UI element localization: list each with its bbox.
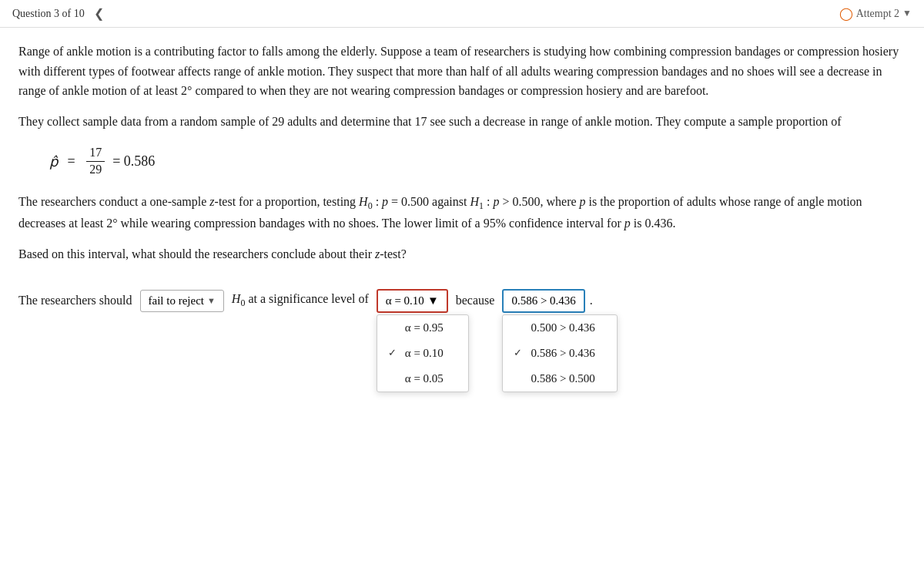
top-bar: Question 3 of 10 ❮ ◯ Attempt 2 ▼	[0, 0, 924, 28]
paragraph-3: The researchers conduct a one-sample z-t…	[18, 192, 906, 234]
alpha-dropdown-value: α = 0.10	[386, 294, 424, 307]
formula-block: p̂ = 17 29 = 0.586	[49, 145, 906, 178]
alpha-option-005[interactable]: α = 0.05	[377, 366, 468, 391]
alpha-option-010-label: α = 0.10	[405, 347, 444, 360]
h0-label: H0 at a significance level of	[232, 292, 369, 309]
because-option-2[interactable]: ✓ 0.586 > 0.436	[503, 341, 617, 366]
alpha-check-010: ✓	[388, 347, 399, 359]
because-check-2: ✓	[514, 347, 524, 359]
because-option-2-label: 0.586 > 0.436	[531, 347, 594, 360]
paragraph-1: Range of ankle motion is a contributing …	[18, 42, 906, 101]
alpha-dropdown-container: α = 0.10 ▼ α = 0.95 ✓ α = 0.10 α = 0.05	[377, 289, 448, 313]
fraction: 17 29	[86, 145, 105, 178]
because-check-1	[514, 321, 524, 334]
because-check-3	[514, 372, 524, 385]
attempt-area: ◯ Attempt 2 ▼	[839, 6, 912, 21]
period: .	[590, 294, 593, 307]
paragraph-2: They collect sample data from a random s…	[18, 112, 906, 132]
equals-sign: =	[64, 153, 79, 170]
alpha-dropdown-button[interactable]: α = 0.10 ▼	[377, 289, 448, 313]
attempt-icon: ◯	[839, 6, 853, 21]
because-label: because	[456, 294, 495, 307]
alpha-check-095	[388, 321, 399, 334]
alpha-option-095-label: α = 0.95	[405, 321, 444, 334]
because-dropdown-menu: 0.500 > 0.436 ✓ 0.586 > 0.436 0.586 > 0.…	[502, 314, 618, 392]
paragraph-4: Based on this interval, what should the …	[18, 244, 906, 264]
alpha-dropdown-arrow: ▼	[427, 294, 439, 307]
alpha-check-005	[388, 372, 399, 385]
because-dropdown-value: 0.586 > 0.436	[511, 294, 575, 307]
question-label: Question 3 of 10	[12, 8, 85, 20]
alpha-option-010[interactable]: ✓ α = 0.10	[377, 341, 468, 366]
answer-row: The researchers should fail to reject ▼ …	[18, 289, 906, 313]
main-content: Range of ankle motion is a contributing …	[0, 28, 924, 321]
action-dropdown-button[interactable]: fail to reject ▼	[140, 290, 224, 312]
action-dropdown-value: fail to reject	[149, 294, 204, 307]
action-dropdown-container: fail to reject ▼	[140, 290, 224, 312]
because-dropdown-button[interactable]: 0.586 > 0.436	[502, 289, 584, 313]
because-dropdown-container: 0.586 > 0.436 0.500 > 0.436 ✓ 0.586 > 0.…	[502, 289, 584, 313]
action-dropdown-arrow: ▼	[207, 296, 216, 305]
alpha-dropdown-menu: α = 0.95 ✓ α = 0.10 α = 0.05	[377, 314, 469, 392]
nav-prev-arrow[interactable]: ❮	[91, 5, 107, 22]
because-option-3[interactable]: 0.586 > 0.500	[503, 366, 617, 391]
because-option-3-label: 0.586 > 0.500	[531, 372, 594, 385]
fraction-numerator: 17	[86, 145, 105, 162]
alpha-option-005-label: α = 0.05	[405, 372, 444, 385]
because-option-1[interactable]: 0.500 > 0.436	[503, 315, 617, 341]
attempt-dropdown-arrow[interactable]: ▼	[902, 8, 912, 19]
p-hat-symbol: p̂	[49, 153, 58, 170]
because-option-1-label: 0.500 > 0.436	[531, 321, 594, 334]
fraction-denominator: 29	[86, 162, 105, 178]
researchers-should-label: The researchers should	[18, 294, 132, 307]
attempt-label: Attempt 2	[856, 8, 899, 20]
question-nav: Question 3 of 10 ❮	[12, 5, 107, 22]
formula-result: = 0.586	[112, 153, 155, 170]
alpha-option-095[interactable]: α = 0.95	[377, 315, 468, 341]
